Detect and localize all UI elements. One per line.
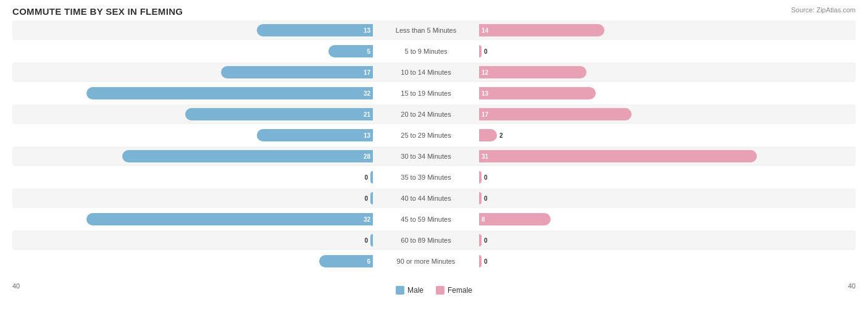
male-value-outside: 0 (364, 195, 368, 202)
female-bar: 8 (479, 213, 551, 225)
female-bar (479, 192, 482, 204)
legend-male: Male (396, 286, 424, 295)
right-section: 0 (475, 192, 840, 204)
chart-row: 0 40 to 44 Minutes 0 (12, 188, 856, 208)
source-label: Source: ZipAtlas.com (791, 6, 856, 14)
right-section: 8 (475, 213, 840, 225)
legend-female: Female (436, 286, 472, 295)
female-value: 31 (482, 153, 488, 160)
male-value: 21 (364, 111, 370, 118)
left-section: 5 (12, 45, 377, 57)
chart-row: 6 90 or more Minutes 0 (12, 251, 856, 271)
chart-row: 5 5 to 9 Minutes 0 (12, 41, 856, 61)
row-label: 30 to 34 Minutes (377, 153, 475, 160)
male-bar: 28 (122, 150, 373, 162)
right-section: 13 (475, 87, 840, 99)
left-section: 0 (12, 192, 377, 204)
left-section: 21 (12, 108, 377, 120)
female-bar: 17 (479, 108, 632, 120)
left-section: 13 (12, 24, 377, 36)
female-value-outside: 0 (484, 195, 488, 202)
male-value: 13 (364, 27, 370, 34)
male-bar: 32 (86, 87, 373, 99)
female-value: 12 (482, 69, 488, 76)
right-section: 0 (475, 45, 840, 57)
male-value-outside: 0 (364, 174, 368, 181)
female-bar (479, 234, 482, 246)
female-value: 14 (482, 27, 488, 34)
male-bar (370, 192, 373, 204)
female-value-outside: 0 (484, 258, 488, 265)
chart-title: COMMUTE TIME BY SEX IN FLEMING (12, 6, 856, 17)
row-label: 45 to 59 Minutes (377, 216, 475, 223)
chart-row: 21 20 to 24 Minutes 17 (12, 104, 856, 124)
male-bar (370, 171, 373, 183)
female-value: 17 (482, 111, 488, 118)
right-section: 17 (475, 108, 840, 120)
chart-row: 0 35 to 39 Minutes 0 (12, 167, 856, 187)
female-bar: 12 (479, 66, 586, 78)
row-label: 90 or more Minutes (377, 258, 475, 265)
row-label: Less than 5 Minutes (377, 27, 475, 34)
right-section: 12 (475, 66, 840, 78)
legend-female-label: Female (448, 286, 472, 295)
female-bar (479, 45, 482, 57)
female-bar: 31 (479, 150, 757, 162)
male-bar: 21 (185, 108, 373, 120)
male-value: 6 (367, 258, 370, 265)
left-section: 6 (12, 255, 377, 267)
male-value: 28 (364, 153, 370, 160)
male-value: 32 (364, 216, 370, 223)
chart-row: 28 30 to 34 Minutes 31 (12, 146, 856, 166)
chart-row: 32 45 to 59 Minutes 8 (12, 209, 856, 229)
male-bar: 13 (257, 24, 373, 36)
chart-row: 13 25 to 29 Minutes 2 (12, 125, 856, 145)
chart-row: 13 Less than 5 Minutes 14 (12, 20, 856, 40)
female-value-outside: 0 (484, 237, 488, 244)
chart-row: 0 60 to 89 Minutes 0 (12, 230, 856, 250)
male-bar: 5 (328, 45, 373, 57)
legend: Male Female (396, 286, 472, 295)
left-section: 32 (12, 87, 377, 99)
right-section: 0 (475, 171, 840, 183)
legend-male-box (396, 286, 404, 295)
female-value: 8 (482, 216, 485, 223)
row-label: 60 to 89 Minutes (377, 237, 475, 244)
female-value-outside: 2 (499, 132, 503, 139)
female-bar (479, 255, 482, 267)
male-value: 13 (364, 132, 370, 139)
axis-right: 40 (848, 282, 856, 295)
female-bar (479, 171, 482, 183)
left-section: 0 (12, 171, 377, 183)
left-section: 17 (12, 66, 377, 78)
female-value-outside: 0 (484, 174, 488, 181)
row-label: 10 to 14 Minutes (377, 69, 475, 76)
row-label: 25 to 29 Minutes (377, 132, 475, 139)
female-bar: 13 (479, 87, 596, 99)
row-label: 20 to 24 Minutes (377, 111, 475, 118)
chart-container: COMMUTE TIME BY SEX IN FLEMING Source: Z… (0, 0, 868, 323)
row-label: 15 to 19 Minutes (377, 90, 475, 97)
chart-row: 32 15 to 19 Minutes 13 (12, 83, 856, 103)
left-section: 32 (12, 213, 377, 225)
row-label: 5 to 9 Minutes (377, 48, 475, 55)
male-value: 32 (364, 90, 370, 97)
axis-labels: 40 Male Female 40 (12, 282, 856, 295)
male-bar: 13 (257, 129, 373, 141)
right-section: 0 (475, 255, 840, 267)
right-section: 14 (475, 24, 840, 36)
right-section: 0 (475, 234, 840, 246)
right-section: 31 (475, 150, 840, 162)
female-value-outside: 0 (484, 48, 488, 55)
legend-male-label: Male (407, 286, 424, 295)
right-section: 2 (475, 129, 840, 141)
chart-area: 13 Less than 5 Minutes 14 5 5 to 9 Minut… (12, 20, 856, 280)
male-value: 5 (367, 48, 370, 55)
left-section: 13 (12, 129, 377, 141)
male-value-outside: 0 (364, 237, 368, 244)
left-section: 0 (12, 234, 377, 246)
axis-left: 40 (12, 282, 20, 295)
male-bar: 17 (221, 66, 373, 78)
row-label: 35 to 39 Minutes (377, 174, 475, 181)
chart-row: 17 10 to 14 Minutes 12 (12, 62, 856, 82)
